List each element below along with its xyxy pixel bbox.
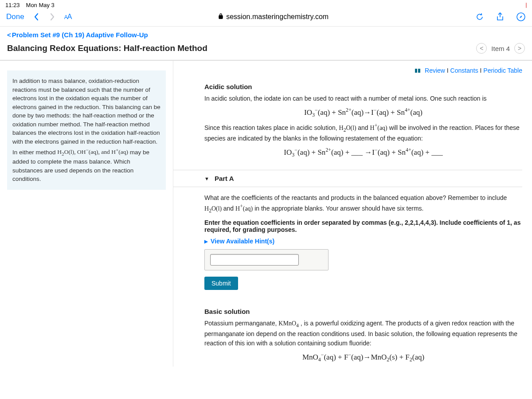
periodic-table-link[interactable]: Periodic Table	[483, 67, 522, 74]
part-a-header[interactable]: ▼ Part A	[173, 170, 522, 187]
chevron-left-icon: <	[7, 31, 11, 39]
constants-link[interactable]: Constants	[450, 67, 478, 74]
part-a-label: Part A	[215, 175, 234, 182]
triangle-right-icon: ▶	[204, 239, 208, 244]
part-a-instructions: Enter the equation coefficients in order…	[204, 215, 522, 233]
svg-rect-0	[219, 16, 223, 19]
view-hints-link[interactable]: ▶ View Available Hint(s)	[204, 233, 522, 249]
basic-p1: Potassium permanganate, KMnO4 , is a pow…	[204, 319, 522, 348]
item-label: Item 4	[491, 45, 510, 52]
acidic-p1: In acidic solution, the iodate ion can b…	[204, 94, 522, 103]
ipad-status-bar: 11:23 Mon May 3	[0, 0, 532, 10]
breadcrumb-label: Problem Set #9 (Ch 19) Adaptive Follow-U…	[12, 31, 148, 39]
status-indicators	[526, 3, 527, 8]
share-button[interactable]	[496, 12, 505, 22]
browser-toolbar: Done AA session.masteringchemistry.com	[0, 10, 532, 26]
answer-input[interactable]	[210, 254, 299, 266]
intro-formula: H2O(l), OH−(aq), and H+(aq)	[57, 149, 128, 155]
prev-item-button[interactable]: <	[476, 43, 487, 54]
lock-icon	[218, 13, 223, 21]
done-button[interactable]: Done	[6, 12, 24, 21]
review-icon	[415, 69, 421, 73]
answer-container	[204, 249, 329, 270]
caret-down-icon: ▼	[204, 176, 209, 181]
submit-button[interactable]: Submit	[204, 277, 238, 290]
part-a-question: What are the coefficients of the reactan…	[204, 187, 522, 215]
next-item-button[interactable]: >	[514, 43, 525, 54]
page-title: Balancing Redox Equations: Half-reaction…	[7, 43, 207, 53]
acidic-p2: Since this reaction takes place in acidi…	[204, 122, 522, 143]
basic-equation: MnO4−(aq) + F−(aq)→MnO2(s) + F2(aq)	[204, 348, 522, 367]
reload-button[interactable]	[475, 12, 484, 21]
acidic-equation-1: IO3−(aq) + Sn2+(aq)→I−(aq) + Sn4+(aq)	[204, 103, 522, 122]
intro-panel: In addition to mass balance, oxidation-r…	[7, 70, 166, 190]
forward-button[interactable]	[48, 13, 56, 21]
acidic-equation-2: IO3−(aq) + Sn2+(aq) + ___ →I−(aq) + Sn4+…	[204, 143, 522, 162]
url-display[interactable]: session.masteringchemistry.com	[79, 13, 467, 21]
review-link[interactable]: Review	[425, 67, 445, 74]
item-navigator: < Item 4 >	[476, 43, 525, 54]
svg-marker-2	[520, 16, 522, 18]
resource-links: Review I Constants I Periodic Table	[173, 67, 522, 78]
url-text: session.masteringchemistry.com	[226, 13, 329, 21]
compass-icon[interactable]	[516, 12, 526, 22]
basic-heading: Basic solution	[204, 303, 522, 319]
acidic-heading: Acidic solution	[204, 78, 522, 94]
status-time: 11:23	[5, 2, 20, 8]
status-date: Mon May 3	[26, 2, 55, 8]
breadcrumb-back[interactable]: < Problem Set #9 (Ch 19) Adaptive Follow…	[0, 27, 532, 42]
back-button[interactable]	[32, 13, 40, 21]
text-size-button[interactable]: AA	[64, 13, 72, 21]
